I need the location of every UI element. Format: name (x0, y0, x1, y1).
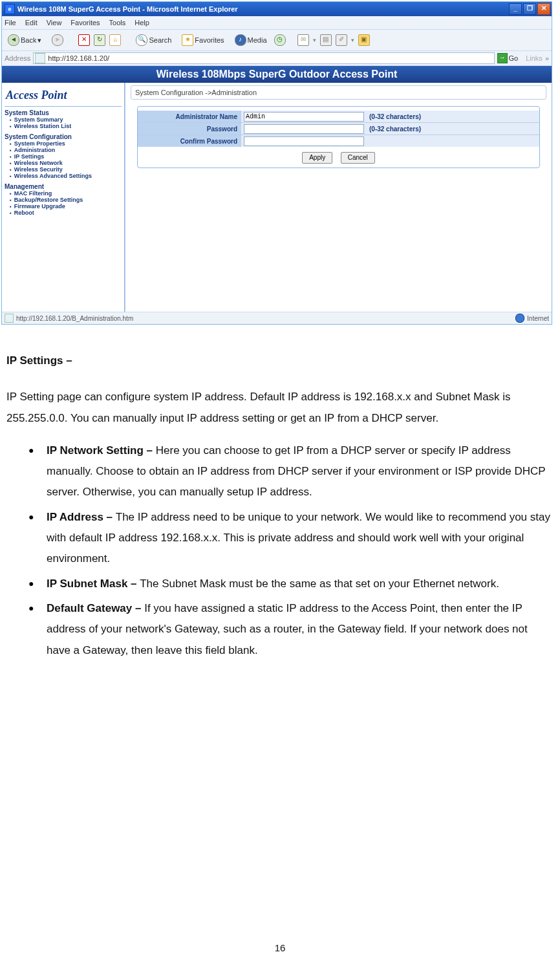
ie-icon: e (5, 4, 15, 14)
sidebar-item-administration[interactable]: Administration (10, 147, 122, 153)
bullet-body: The Subnet Mask must be the same as that… (140, 578, 499, 590)
refresh-icon[interactable]: ↻ (94, 34, 105, 46)
bullet-lead: Default Gateway – (47, 602, 144, 614)
sidebar-group-system-configuration: System Configuration (5, 133, 122, 140)
sidebar-item-wireless-station-list[interactable]: Wireless Station List (10, 123, 122, 129)
media-icon: ♪ (235, 34, 246, 46)
apply-button[interactable]: Apply (302, 152, 332, 164)
print-icon[interactable]: ▤ (320, 34, 332, 46)
bullet-lead: IP Network Setting – (47, 444, 156, 457)
go-label: Go (509, 54, 519, 62)
sidebar-title: Access Point (5, 85, 122, 107)
toolbar: ◄ Back ▾ ► ✕ ↻ ⌂ 🔍 Search ★ Favorites ♪ (2, 30, 552, 51)
menu-tools[interactable]: Tools (109, 19, 126, 27)
window-maximize-button[interactable]: ❐ (523, 3, 536, 15)
internet-zone-icon (515, 314, 524, 323)
page-content: Wireless 108Mbps SuperG Outdoor Access P… (2, 66, 552, 312)
menu-edit[interactable]: Edit (25, 19, 38, 27)
browser-window: e Wireless 108M SuperG Access Point - Mi… (1, 1, 552, 325)
back-label: Back (21, 36, 36, 44)
sidebar-item-wireless-network[interactable]: Wireless Network (10, 160, 122, 166)
search-label: Search (149, 36, 171, 44)
forward-icon: ► (52, 34, 63, 46)
favorites-label: Favorites (195, 36, 224, 44)
dropdown-icon: ▾ (351, 37, 354, 43)
row-password: Password (0-32 characters) (138, 122, 539, 135)
go-button[interactable]: → Go (497, 53, 519, 63)
status-bar: http://192.168.1.20/B_Administration.htm… (2, 312, 552, 324)
sidebar-group-system-status: System Status (5, 109, 122, 116)
app-banner: Wireless 108Mbps SuperG Outdoor Access P… (2, 66, 552, 83)
history-icon[interactable]: ◷ (274, 34, 286, 46)
home-icon[interactable]: ⌂ (109, 34, 121, 46)
bullet-ip-address: IP Address – The IP address need to be u… (28, 507, 554, 570)
hint-admin-name: (0-32 characters) (369, 113, 421, 120)
links-label[interactable]: Links (526, 54, 543, 62)
forward-button[interactable]: ► (48, 32, 67, 48)
stop-icon[interactable]: ✕ (78, 34, 90, 46)
label-admin-name: Administrator Name (138, 111, 241, 122)
menu-favorites[interactable]: Favorites (70, 19, 100, 27)
sidebar-group-management: Management (5, 183, 122, 190)
bullet-ip-subnet-mask: IP Subnet Mask – The Subnet Mask must be… (28, 574, 554, 594)
page-number: 16 (0, 942, 560, 953)
section-intro: IP Setting page can configure system IP … (6, 387, 554, 429)
page-icon (5, 314, 14, 323)
label-confirm-password: Confirm Password (138, 135, 241, 147)
menu-help[interactable]: Help (135, 19, 149, 27)
favorites-button[interactable]: ★ Favorites (178, 32, 227, 48)
media-button[interactable]: ♪ Media (232, 32, 270, 48)
admin-form: Administrator Name (0-32 characters) Pas… (137, 106, 540, 168)
address-input[interactable]: http://192.168.1.20/ (33, 52, 494, 64)
messenger-icon[interactable]: ▣ (358, 34, 370, 46)
search-icon: 🔍 (136, 34, 147, 46)
page-icon (35, 53, 45, 63)
section-heading: IP Settings – (6, 351, 554, 371)
cancel-button[interactable]: Cancel (341, 152, 375, 164)
back-icon: ◄ (8, 34, 19, 46)
links-expand-icon[interactable]: » (545, 54, 549, 62)
menu-view[interactable]: View (47, 19, 62, 27)
favorites-icon: ★ (182, 34, 193, 46)
window-minimize-button[interactable]: _ (509, 3, 522, 15)
dropdown-icon: ▾ (38, 36, 41, 45)
sidebar-item-ip-settings[interactable]: IP Settings (10, 153, 122, 160)
row-admin-name: Administrator Name (0-32 characters) (138, 111, 539, 122)
sidebar-item-system-summary[interactable]: System Summary (10, 116, 122, 123)
window-titlebar: e Wireless 108M SuperG Access Point - Mi… (2, 2, 552, 16)
input-admin-name[interactable] (244, 112, 364, 122)
document-body: IP Settings – IP Setting page can config… (0, 325, 560, 661)
address-bar: Address http://192.168.1.20/ → Go Links … (2, 51, 552, 66)
bullet-lead: IP Subnet Mask – (47, 578, 140, 590)
media-label: Media (248, 36, 267, 44)
address-label: Address (5, 54, 30, 62)
edit-icon[interactable]: ✐ (336, 34, 347, 46)
sidebar-item-wireless-security[interactable]: Wireless Security (10, 166, 122, 173)
sidebar-item-reboot[interactable]: Reboot (10, 210, 122, 216)
back-button[interactable]: ◄ Back ▾ (5, 32, 45, 48)
breadcrumb: System Configuration ->Administration (131, 85, 546, 100)
input-confirm-password[interactable] (244, 136, 364, 146)
row-confirm-password: Confirm Password (138, 135, 539, 147)
window-close-button[interactable]: ✕ (537, 3, 550, 15)
menu-bar: File Edit View Favorites Tools Help (2, 16, 552, 30)
sidebar-item-mac-filtering[interactable]: MAC Filtering (10, 190, 122, 197)
mail-icon[interactable]: ✉ (297, 34, 309, 46)
window-title: Wireless 108M SuperG Access Point - Micr… (17, 5, 238, 13)
status-zone: Internet (527, 315, 549, 322)
sidebar-item-system-properties[interactable]: System Properties (10, 140, 122, 147)
main-content: System Configuration ->Administration Ad… (125, 83, 552, 312)
sidebar-item-wireless-advanced-settings[interactable]: Wireless Advanced Settings (10, 173, 122, 179)
hint-password: (0-32 characters) (369, 125, 421, 133)
status-url: http://192.168.1.20/B_Administration.htm (16, 315, 133, 322)
sidebar: Access Point System Status System Summar… (2, 83, 125, 312)
search-button[interactable]: 🔍 Search (133, 32, 175, 48)
input-password[interactable] (244, 124, 364, 134)
address-value: http://192.168.1.20/ (48, 54, 109, 62)
sidebar-item-backup-restore[interactable]: Backup/Restore Settings (10, 197, 122, 203)
menu-file[interactable]: File (5, 19, 16, 27)
bullet-default-gateway: Default Gateway – If you have assigned a… (28, 598, 554, 661)
go-icon: → (497, 53, 508, 63)
label-password: Password (138, 123, 241, 135)
sidebar-item-firmware-upgrade[interactable]: Firmware Upgrade (10, 203, 122, 210)
